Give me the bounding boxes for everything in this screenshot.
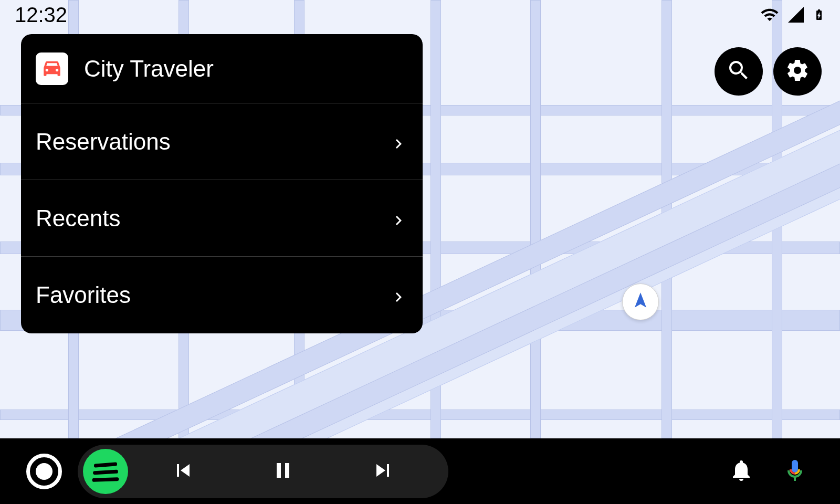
current-location-puck[interactable]	[622, 284, 659, 320]
status-icons	[760, 5, 825, 24]
cell-signal-icon	[786, 5, 805, 24]
mic-icon	[782, 458, 807, 485]
media-widget	[78, 445, 448, 498]
home-circle-icon	[36, 463, 52, 480]
screen: 12:32	[0, 0, 840, 504]
previous-track-button[interactable]	[133, 445, 233, 498]
chevron-right-icon	[389, 209, 408, 228]
panel-title: City Traveler	[84, 56, 214, 82]
pause-icon	[270, 458, 296, 485]
bottom-bar	[0, 438, 840, 504]
gear-icon	[785, 58, 810, 85]
spotify-icon	[92, 458, 119, 485]
status-bar: 12:32	[0, 0, 840, 29]
skip-previous-icon	[171, 458, 196, 485]
bell-icon	[729, 458, 754, 485]
chevron-right-icon	[389, 286, 408, 304]
search-icon	[726, 58, 751, 85]
navigation-arrow-icon	[631, 291, 650, 313]
menu-item-label: Favorites	[36, 282, 131, 308]
settings-button[interactable]	[773, 47, 822, 96]
navigation-panel: City Traveler Reservations Recents Favor…	[21, 34, 423, 333]
menu-item-recents[interactable]: Recents	[21, 180, 423, 257]
skip-next-icon	[370, 458, 395, 485]
search-button[interactable]	[715, 47, 763, 96]
panel-header: City Traveler	[21, 34, 423, 103]
status-time: 12:32	[15, 3, 67, 27]
voice-assistant-button[interactable]	[776, 453, 814, 490]
wifi-icon	[760, 5, 779, 24]
map-fab-row	[715, 47, 822, 96]
notifications-button[interactable]	[722, 453, 760, 490]
play-pause-button[interactable]	[233, 445, 333, 498]
menu-item-label: Recents	[36, 205, 120, 232]
chevron-right-icon	[389, 132, 408, 151]
car-icon	[41, 57, 63, 81]
next-track-button[interactable]	[333, 445, 433, 498]
menu-item-label: Reservations	[36, 129, 171, 155]
app-icon	[36, 52, 68, 85]
menu-item-reservations[interactable]: Reservations	[21, 103, 423, 180]
battery-charging-icon	[813, 5, 825, 24]
media-app-button[interactable]	[83, 449, 128, 494]
menu-item-favorites[interactable]: Favorites	[21, 257, 423, 333]
home-button[interactable]	[26, 454, 62, 489]
